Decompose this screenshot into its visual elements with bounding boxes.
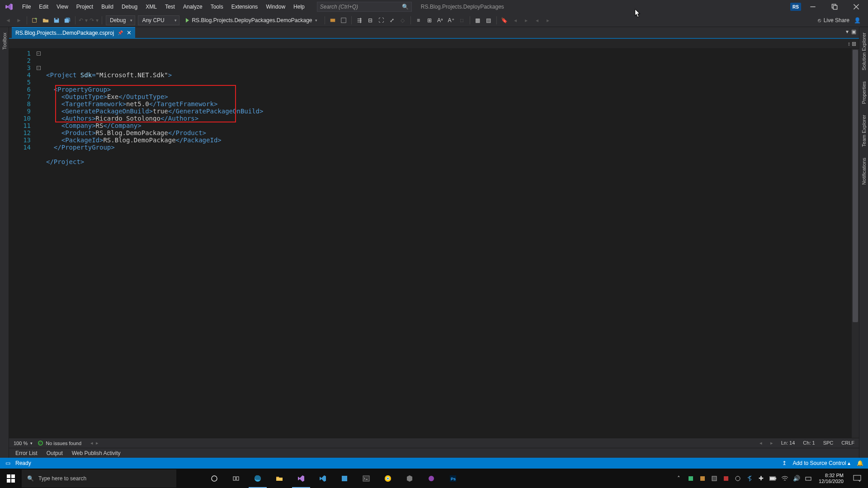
tray-volume-icon[interactable]: 🔊 — [791, 469, 802, 488]
nav-back-button[interactable]: ◄ — [3, 15, 13, 25]
toolbar-button-12[interactable]: ▤ — [484, 15, 494, 25]
menu-tools[interactable]: Tools — [207, 0, 227, 14]
comment-button[interactable]: ≡ — [414, 15, 424, 25]
tray-bluetooth-icon[interactable] — [744, 469, 755, 488]
bottom-tab-output[interactable]: Output — [43, 449, 66, 457]
toolbar-button-9[interactable]: A⁺ — [446, 15, 456, 25]
minimize-button[interactable] — [803, 0, 823, 13]
toolbar-button-8[interactable]: Aᵃ — [435, 15, 445, 25]
cortana-icon[interactable] — [203, 469, 225, 488]
live-share-button[interactable]: ⎋ Live Share — [818, 17, 849, 23]
tray-icon-5[interactable] — [732, 469, 744, 488]
zoom-control[interactable]: 100 %▾ — [14, 441, 33, 446]
tray-overflow-icon[interactable]: ˄ — [673, 469, 685, 488]
notifications-bell-icon[interactable]: 🔔 — [857, 460, 863, 466]
prev-bookmark-button[interactable]: ◂ — [510, 15, 520, 25]
feedback-icon[interactable]: 👤 — [854, 17, 861, 23]
maximize-button[interactable] — [825, 0, 844, 13]
source-control-publish-icon[interactable]: ↥ — [782, 460, 787, 466]
caret-nav-left[interactable]: ◂ — [760, 440, 762, 446]
menu-analyze[interactable]: Analyze — [179, 0, 207, 14]
start-button[interactable] — [0, 469, 22, 488]
bottom-tab-error-list[interactable]: Error List — [12, 449, 41, 457]
tray-wifi-icon[interactable] — [779, 469, 791, 488]
new-project-button[interactable] — [30, 15, 40, 25]
tray-clock[interactable]: 8:32 PM 12/16/2020 — [814, 473, 848, 484]
tray-icon-2[interactable] — [697, 469, 708, 488]
tab-overflow-icon[interactable]: ▾ — [846, 28, 849, 35]
close-button[interactable] — [846, 0, 866, 13]
taskbar-app-visual-studio[interactable] — [290, 469, 312, 488]
taskbar-app-explorer[interactable] — [269, 469, 290, 488]
toolbar-button-1[interactable] — [328, 15, 338, 25]
taskbar-app-chrome[interactable] — [377, 469, 399, 488]
tray-battery-icon[interactable] — [767, 469, 779, 488]
taskbar-app-vscode[interactable] — [312, 469, 334, 488]
taskbar-app-3[interactable] — [420, 469, 442, 488]
bottom-tab-web-publish-activity[interactable]: Web Publish Activity — [68, 449, 124, 457]
toolbar-button-6[interactable]: ⤢ — [387, 15, 397, 25]
undo-button[interactable]: ↶ ▾ — [78, 15, 88, 25]
code-surface[interactable]: <Project Sdk="Microsoft.NET.Sdk"> <Prope… — [42, 49, 859, 438]
split-editor-icon[interactable]: ↕ ⊞ — [848, 41, 856, 47]
save-button[interactable] — [52, 15, 61, 25]
toolbar-button-11[interactable]: ▦ — [473, 15, 483, 25]
editor-vertical-scrollbar[interactable] — [852, 49, 859, 438]
menu-extensions[interactable]: Extensions — [227, 0, 262, 14]
right-well-team-explorer[interactable]: Team Explorer — [860, 112, 868, 150]
tab-window-icon[interactable]: ▣ — [851, 28, 856, 35]
solution-platform-dropdown[interactable]: Any CPU — [138, 15, 179, 25]
save-all-button[interactable] — [62, 15, 72, 25]
next-bookmark-button[interactable]: ▸ — [521, 15, 531, 25]
toolbar-button-5[interactable]: ⛶ — [376, 15, 386, 25]
menu-edit[interactable]: Edit — [35, 0, 52, 14]
menu-xml[interactable]: XML — [142, 0, 161, 14]
toolbar-button-13[interactable]: ◂ — [532, 15, 542, 25]
issues-nav-left[interactable]: ◂ — [90, 440, 93, 446]
line-ending-label[interactable]: CRLF — [841, 440, 854, 446]
right-well-solution-explorer[interactable]: Solution Explorer — [860, 30, 868, 73]
taskbar-app-2[interactable] — [399, 469, 420, 488]
fold-column[interactable]: −− — [35, 49, 42, 438]
start-debugging-button[interactable]: RS.Blog.Projects.DeployPackages.DemoPack… — [182, 15, 321, 25]
tray-icon-1[interactable] — [685, 469, 697, 488]
menu-test[interactable]: Test — [161, 0, 179, 14]
tray-icon-3[interactable] — [708, 469, 720, 488]
issues-nav-right[interactable]: ▸ — [96, 440, 99, 446]
toolbar-button-4[interactable]: ⊟ — [365, 15, 375, 25]
solution-config-dropdown[interactable]: Debug — [106, 15, 135, 25]
redo-button[interactable]: ↷ ▾ — [89, 15, 99, 25]
taskbar-app-edge[interactable] — [247, 469, 269, 488]
toolbar-button-7[interactable]: ◇ — [398, 15, 408, 25]
bookmark-button[interactable]: 🔖 — [500, 15, 509, 25]
toolbar-button-14[interactable]: ▸ — [543, 15, 553, 25]
menu-window[interactable]: Window — [262, 0, 289, 14]
taskbar-app-photoshop[interactable]: Ps — [442, 469, 464, 488]
quick-launch-search[interactable]: Search (Ctrl+Q) 🔍 — [317, 2, 412, 12]
action-center-icon[interactable] — [848, 469, 866, 488]
toolbar-button-3[interactable]: ⇶ — [354, 15, 364, 25]
tray-input-icon[interactable] — [802, 469, 814, 488]
tray-icon-4[interactable] — [720, 469, 732, 488]
toolbox-tab[interactable]: Toolbox — [1, 30, 8, 52]
add-to-source-control-button[interactable]: Add to Source Control ▴ — [793, 460, 850, 466]
menu-file[interactable]: File — [18, 0, 35, 14]
right-well-properties[interactable]: Properties — [860, 79, 868, 107]
menu-view[interactable]: View — [52, 0, 72, 14]
uncomment-button[interactable]: ⊞ — [425, 15, 434, 25]
document-tab-active[interactable]: RS.Blog.Projects....DemoPackage.csproj 📌… — [12, 27, 135, 38]
menu-debug[interactable]: Debug — [118, 0, 142, 14]
toolbar-button-10[interactable]: □ — [457, 15, 467, 25]
menu-project[interactable]: Project — [72, 0, 97, 14]
toolbar-button-2[interactable] — [339, 15, 349, 25]
code-editor[interactable]: 1234567891011121314 −− <Project Sdk="Mic… — [9, 49, 859, 438]
taskbar-app-terminal[interactable] — [355, 469, 377, 488]
tray-icon-6[interactable]: ✚ — [755, 469, 767, 488]
tab-close-icon[interactable]: ✕ — [127, 29, 132, 36]
task-view-icon[interactable] — [225, 469, 247, 488]
taskbar-app-1[interactable] — [334, 469, 355, 488]
caret-nav-right[interactable]: ▸ — [770, 440, 773, 446]
issues-indicator[interactable]: ✓ No issues found — [38, 441, 81, 446]
taskbar-search[interactable]: 🔍 Type here to search — [22, 469, 176, 488]
menu-help[interactable]: Help — [289, 0, 309, 14]
